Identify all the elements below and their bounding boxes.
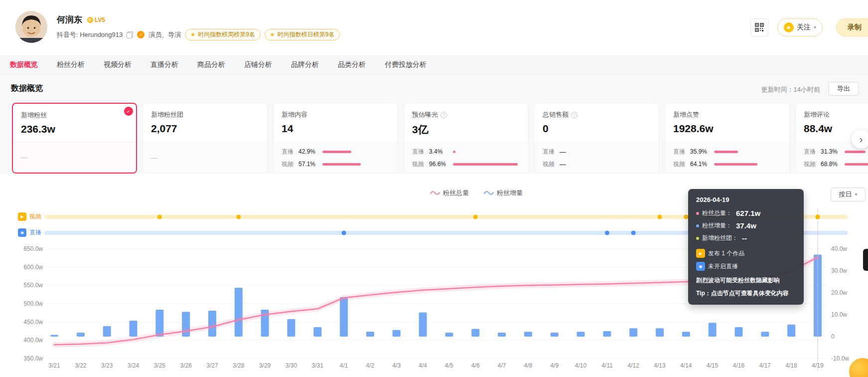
tooltip-warning: 剧烈波动可能受粉丝数隐藏影响 [696, 276, 796, 285]
svg-text:500.0w: 500.0w [23, 300, 43, 307]
live-metric-row: 直播— [543, 148, 651, 156]
creator-name: 何润东 [57, 14, 82, 25]
svg-text:3/23: 3/23 [101, 362, 113, 369]
selected-check-icon: ✓ [124, 107, 133, 116]
meta-row: 抖音号: Herundong913 ✓ 演员、导演 ★ 时尚指数榜周榜第9名 ★… [57, 29, 340, 40]
pct-bar [714, 151, 738, 153]
stat-card-new-likes[interactable]: 新增点赞 1928.6w 直播35.9% 视频64.1% [665, 103, 790, 174]
tab-paid-promotion-analysis[interactable]: 付费投放分析 [385, 60, 427, 69]
verified-roles: 演员、导演 [148, 30, 181, 39]
svg-text:-10.0w: -10.0w [831, 355, 849, 362]
qr-code-button[interactable] [750, 18, 768, 36]
tooltip-live-note: ◉ 未开启直播 [696, 262, 796, 271]
card-value: 2,077 [151, 123, 267, 135]
video-events-row-label: ▶ 视频 [18, 212, 41, 221]
card-value: 0 [543, 123, 659, 135]
svg-text:40.0w: 40.0w [831, 245, 847, 252]
svg-text:3/30: 3/30 [286, 362, 297, 369]
stat-card-new-followers[interactable]: ✓ 新增粉丝 236.3w — [12, 103, 137, 174]
export-button[interactable]: 导出 [829, 82, 859, 96]
svg-text:4/15: 4/15 [707, 362, 719, 369]
svg-text:3/31: 3/31 [312, 362, 324, 369]
pct-bar-track [845, 151, 868, 153]
analytics-dashboard: 何润东 LV5 抖音号: Herundong913 ✓ 演员、导演 ★ 时尚指数… [0, 0, 868, 377]
svg-text:400.0w: 400.0w [23, 337, 43, 344]
pct-bar-track [714, 163, 781, 166]
tab-product-analysis[interactable]: 商品分析 [197, 60, 225, 69]
rank-badge-label: 时尚指数榜日榜第9名 [278, 30, 335, 39]
stat-card-new-fanclub[interactable]: 新增粉丝团 2,077 — [143, 103, 268, 174]
card-title: 新增评论 [804, 110, 868, 119]
tooltip-row-fanclub: 新增粉丝团：-- [696, 234, 796, 242]
pct-bar-track [453, 151, 520, 153]
svg-text:0: 0 [831, 333, 835, 340]
card-title: 总销售额 ? [543, 110, 659, 119]
video-metric-row: 视频68.8% [804, 160, 868, 169]
card-detail: 直播3.4% 视频96.6% [404, 142, 528, 173]
tooltip-video-note: ▶ 发布 1 个作品 [696, 249, 796, 258]
pct-bar [322, 163, 361, 166]
card-title: 预估曝光 ? [412, 110, 528, 119]
svg-text:4/16: 4/16 [733, 362, 745, 369]
svg-text:3/26: 3/26 [180, 362, 192, 369]
pct-bar-track [845, 163, 868, 166]
tab-data-overview[interactable]: 数据概览 [10, 60, 38, 69]
svg-text:3/29: 3/29 [259, 362, 271, 369]
svg-text:4/1: 4/1 [340, 362, 348, 369]
qr-code-icon [755, 23, 764, 32]
tooltip-tip: Tip：点击节点可查看具体变化内容 [696, 289, 796, 298]
tab-brand-analysis[interactable]: 品牌分析 [291, 60, 319, 69]
pct-bar [453, 151, 455, 153]
tab-category-analysis[interactable]: 品类分析 [338, 60, 366, 69]
card-detail: 直播42.9% 视频57.1% [274, 142, 398, 173]
stat-card-new-content[interactable]: 新增内容 14 直播42.9% 视频57.1% [273, 103, 398, 174]
pct-bar [453, 163, 518, 166]
record-button[interactable]: 录制 [836, 18, 868, 36]
info-icon[interactable]: ? [571, 112, 578, 118]
tab-fan-analysis[interactable]: 粉丝分析 [57, 60, 85, 69]
svg-text:4/8: 4/8 [524, 362, 533, 369]
name-row: 何润东 LV5 [57, 14, 105, 25]
rank-badge-weekly[interactable]: ★ 时尚指数榜周榜第9名 [185, 29, 261, 40]
svg-text:3/28: 3/28 [233, 362, 245, 369]
side-tab-handle[interactable] [863, 249, 868, 271]
rank-badge-label: 时尚指数榜周榜第9名 [198, 30, 255, 39]
card-value: 3亿 [412, 123, 528, 137]
svg-text:4/11: 4/11 [601, 362, 613, 369]
pct-bar [322, 151, 351, 153]
svg-text:4/2: 4/2 [366, 362, 375, 369]
main-tabbar: 数据概览 粉丝分析 视频分析 直播分析 商品分析 店铺分析 品牌分析 品类分析 … [0, 55, 868, 74]
pct-bar [714, 163, 757, 166]
live-metric-row: 直播3.4% [412, 148, 520, 156]
stat-cards-row: ✓ 新增粉丝 236.3w — 新增粉丝团 2,077 — 新增内容 14 [12, 103, 868, 174]
tab-video-analysis[interactable]: 视频分析 [104, 60, 132, 69]
follow-button[interactable]: ★ 关注 ▾ [777, 18, 823, 36]
svg-text:3/21: 3/21 [48, 362, 60, 369]
series-dot [696, 237, 699, 240]
medal-icon [87, 17, 93, 23]
card-detail: 直播— 视频— [535, 142, 659, 173]
svg-text:20.0w: 20.0w [831, 289, 847, 296]
rank-badge-daily[interactable]: ★ 时尚指数榜日榜第9名 [265, 29, 340, 40]
trophy-icon: ★ [270, 31, 275, 38]
svg-text:4/3: 4/3 [392, 362, 401, 369]
card-value: 14 [282, 123, 398, 135]
svg-text:4/4: 4/4 [419, 362, 427, 369]
stat-card-total-sales[interactable]: 总销售额 ? 0 直播— 视频— [534, 103, 659, 174]
live-events-row-label: ◉ 直播 [18, 228, 41, 237]
svg-text:3/27: 3/27 [206, 362, 218, 369]
svg-text:4/13: 4/13 [654, 362, 666, 369]
tab-live-analysis[interactable]: 直播分析 [150, 60, 178, 69]
cards-next-arrow[interactable]: › [852, 130, 868, 149]
info-icon[interactable]: ? [440, 112, 447, 118]
pct-bar [845, 163, 868, 166]
card-value: 236.3w [21, 123, 136, 135]
card-detail: — [13, 142, 136, 173]
copy-icon[interactable] [127, 31, 133, 38]
avatar-image [15, 11, 47, 43]
svg-text:3/24: 3/24 [128, 362, 140, 369]
update-time: 更新时间：14小时前 [761, 85, 820, 94]
live-metric-row: 直播31.3% [804, 148, 868, 156]
tab-shop-analysis[interactable]: 店铺分析 [244, 60, 272, 69]
stat-card-estimated-exposure[interactable]: 预估曝光 ? 3亿 直播3.4% 视频96.6% [404, 103, 529, 174]
